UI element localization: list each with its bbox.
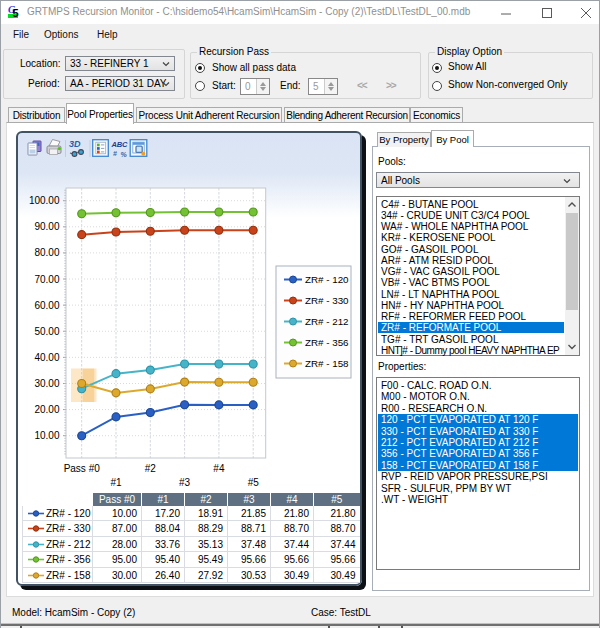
svg-text:#1: #1 xyxy=(110,477,122,488)
svg-text:40.00: 40.00 xyxy=(34,352,59,363)
svg-text:30.00: 30.00 xyxy=(34,378,59,389)
svg-text:Pass #0: Pass #0 xyxy=(64,463,101,474)
svg-text:80.00: 80.00 xyxy=(34,247,59,258)
svg-text:10.00: 10.00 xyxy=(34,430,59,441)
svg-text:5: 5 xyxy=(13,7,19,19)
svg-text:ZR# - 212: ZR# - 212 xyxy=(305,316,349,327)
svg-text:ZR# - 158: ZR# - 158 xyxy=(305,358,349,369)
svg-text:50.00: 50.00 xyxy=(34,326,59,337)
svg-text:#2: #2 xyxy=(145,463,157,474)
svg-text:#4: #4 xyxy=(213,463,225,474)
svg-text:#3: #3 xyxy=(179,477,191,488)
svg-text:60.00: 60.00 xyxy=(34,300,59,311)
svg-text:#: # xyxy=(113,150,117,157)
svg-text:ABC: ABC xyxy=(111,140,128,149)
svg-text:ZR# - 120: ZR# - 120 xyxy=(305,274,349,285)
svg-text:ZR# - 330: ZR# - 330 xyxy=(305,295,349,306)
svg-text:70.00: 70.00 xyxy=(34,274,59,285)
svg-text:3D: 3D xyxy=(69,139,81,149)
svg-text:#5: #5 xyxy=(248,477,260,488)
svg-text:100.00: 100.00 xyxy=(29,195,60,206)
svg-text:90.00: 90.00 xyxy=(34,221,59,232)
svg-text:20.00: 20.00 xyxy=(34,404,59,415)
svg-text:%: % xyxy=(121,151,128,158)
svg-text:ZR# - 356: ZR# - 356 xyxy=(305,337,349,348)
